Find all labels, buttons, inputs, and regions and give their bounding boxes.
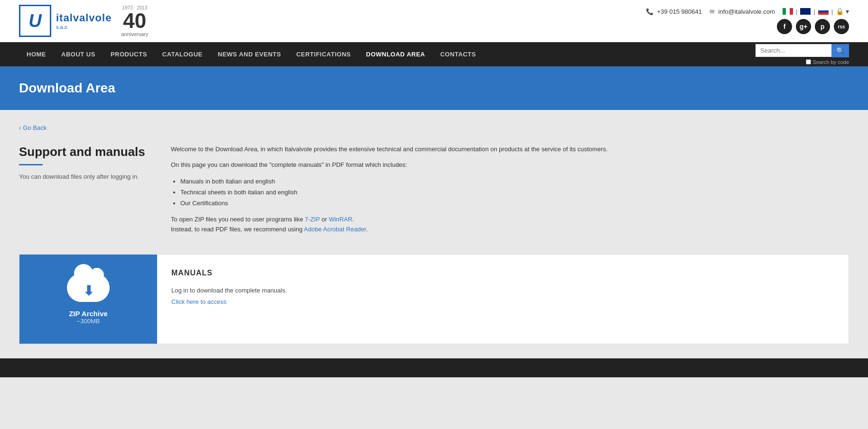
logo-brand-name: italvalvole: [56, 12, 112, 24]
nav-bar: HOME ABOUT US PRODUCTS CATALOGUE NEWS AN…: [0, 42, 868, 66]
download-cloud-icon: ⬇: [67, 274, 110, 302]
page-title: Download Area: [19, 81, 849, 96]
two-column-layout: Support and manuals You can download fil…: [19, 145, 849, 240]
zip-link[interactable]: 7-ZIP: [305, 216, 320, 223]
logo-text-area: italvalvole s.a.s.: [56, 12, 112, 30]
search-code-checkbox[interactable]: [806, 59, 811, 64]
search-row: 🔍: [756, 44, 849, 57]
login-note: You can download files only after loggin…: [19, 173, 152, 180]
download-left-panel: ⬇ ZIP Archive ~300MB: [19, 255, 157, 344]
top-bar: U italvalvole s.a.s. 1973 · 2013 40 anni…: [0, 0, 868, 42]
anniversary-label: anniversary: [121, 31, 148, 37]
content-area: ‹ Go Back Support and manuals You can do…: [0, 110, 868, 358]
nav-certifications[interactable]: CERTIFICATIONS: [289, 42, 358, 66]
zip-note: To open ZIP files you need to user progr…: [171, 215, 849, 235]
intro-paragraph-2: On this page you can download the "compl…: [171, 160, 849, 170]
phone-icon: 📞: [646, 8, 653, 15]
list-item-2: Technical sheets in both italian and eng…: [180, 187, 849, 198]
search-button[interactable]: 🔍: [831, 44, 849, 57]
winrar-link[interactable]: WinRAR: [329, 216, 353, 223]
archive-label: ZIP Archive: [69, 310, 108, 318]
nav-contacts[interactable]: CONTACTS: [433, 42, 484, 66]
nav-home[interactable]: HOME: [19, 42, 54, 66]
search-code-label: Search by code: [813, 59, 849, 65]
right-column: Welcome to the Download Area, in which I…: [171, 145, 849, 240]
logo-brand-suffix: s.a.s.: [56, 24, 112, 30]
logo-area: U italvalvole s.a.s. 1973 · 2013 40 anni…: [19, 5, 148, 37]
intro-paragraph-1: Welcome to the Download Area, in which I…: [171, 145, 849, 155]
manuals-title: MANUALS: [171, 269, 834, 277]
chevron-left-icon: ‹: [19, 124, 21, 131]
facebook-icon[interactable]: f: [777, 19, 792, 34]
flag-english[interactable]: [800, 8, 811, 15]
cloud-shape: ⬇: [67, 274, 110, 302]
page-header: Download Area: [0, 66, 868, 110]
list-item-3: Our Certifications: [180, 198, 849, 209]
left-column: Support and manuals You can download fil…: [19, 145, 152, 240]
email-icon: ✉: [709, 8, 715, 15]
phone-number: 📞 +39 015 980641: [646, 8, 702, 15]
contact-info: 📞 +39 015 980641 ✉ info@italvalvole.com …: [646, 8, 849, 15]
search-by-code: Search by code: [806, 59, 849, 65]
nav-news-events[interactable]: NEWS AND EVENTS: [210, 42, 289, 66]
logo-box: U: [19, 5, 51, 37]
nav-search: 🔍 Search by code: [756, 44, 849, 65]
flag-russian[interactable]: [818, 8, 829, 15]
flag-italian[interactable]: [783, 8, 793, 15]
language-flags: | | | 🔒 ▾: [783, 8, 849, 15]
anniversary-badge: 1973 · 2013 40 anniversary: [121, 5, 148, 37]
nav-download-area[interactable]: DOWNLOAD AREA: [358, 42, 432, 66]
list-item-1: Manuals in both italian and english: [180, 176, 849, 187]
download-section: ⬇ ZIP Archive ~300MB MANUALS Log in to d…: [19, 254, 849, 344]
title-underline: [19, 164, 43, 165]
nav-products[interactable]: PRODUCTS: [103, 42, 155, 66]
archive-size: ~300MB: [77, 318, 100, 325]
footer: [0, 358, 868, 377]
download-arrow-icon: ⬇: [83, 283, 94, 299]
go-back-link[interactable]: ‹ Go Back: [19, 124, 849, 131]
lock-icon[interactable]: 🔒 ▾: [836, 8, 849, 15]
search-input[interactable]: [756, 44, 831, 57]
pinterest-icon[interactable]: p: [815, 19, 830, 34]
download-right-panel: MANUALS Log in to download the complete …: [157, 255, 849, 344]
social-icons: f g+ p rss: [777, 19, 849, 34]
google-plus-icon[interactable]: g+: [796, 19, 811, 34]
anniversary-number: 40: [123, 10, 146, 31]
logo-u-letter: U: [28, 12, 41, 30]
manuals-description: Log in to download the complete manuals.: [171, 287, 834, 294]
rss-icon[interactable]: rss: [834, 19, 849, 34]
nav-links: HOME ABOUT US PRODUCTS CATALOGUE NEWS AN…: [19, 42, 484, 66]
click-here-link[interactable]: Click here to access: [171, 298, 226, 305]
email-address: ✉ info@italvalvole.com: [709, 8, 775, 15]
top-right: 📞 +39 015 980641 ✉ info@italvalvole.com …: [646, 8, 849, 34]
nav-about-us[interactable]: ABOUT US: [54, 42, 103, 66]
section-title: Support and manuals: [19, 145, 152, 159]
features-list: Manuals in both italian and english Tech…: [180, 176, 849, 209]
nav-catalogue[interactable]: CATALOGUE: [155, 42, 210, 66]
acrobat-link[interactable]: Adobe Acrobat Reader: [304, 226, 366, 233]
